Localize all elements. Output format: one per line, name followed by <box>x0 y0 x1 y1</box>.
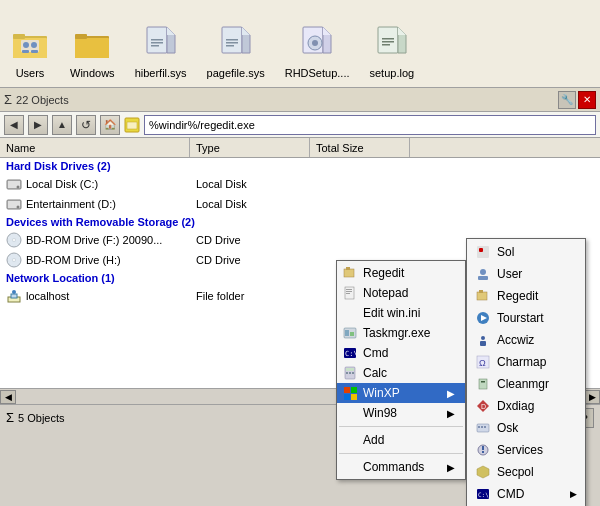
home-button[interactable]: 🏠 <box>100 115 120 135</box>
svg-text:C:\: C:\ <box>345 350 357 358</box>
top-icon-setuplog-label: setup.log <box>370 67 415 79</box>
tourstart-icon <box>475 310 491 326</box>
top-icon-rhdsetup[interactable]: RHDSetup.... <box>285 23 350 79</box>
svg-rect-51 <box>344 269 354 277</box>
ctx-editwinini[interactable]: Edit win.ini <box>337 303 465 323</box>
drive-icon-d <box>6 196 22 212</box>
svg-point-50 <box>12 290 16 294</box>
svg-rect-9 <box>75 38 109 58</box>
sub-dxdiag[interactable]: D Dxdiag <box>467 395 585 417</box>
svg-point-73 <box>480 269 486 275</box>
toolbar-strip: Σ 22 Objects 🔧 ✕ <box>0 88 600 112</box>
forward-button[interactable]: ▶ <box>28 115 48 135</box>
svg-rect-59 <box>350 332 354 336</box>
ctx-calc[interactable]: Calc <box>337 363 465 383</box>
hiberfil-icon <box>141 23 181 63</box>
objects-count: 22 Objects <box>16 94 69 106</box>
ctx-commands-label: Commands <box>363 460 424 474</box>
svg-rect-76 <box>479 290 483 293</box>
top-icon-users[interactable]: Users <box>10 23 50 79</box>
svg-rect-55 <box>346 291 352 292</box>
sub-osk[interactable]: Osk <box>467 417 585 439</box>
svg-rect-84 <box>481 381 485 383</box>
sub-cleanmgr[interactable]: Cleanmgr <box>467 373 585 395</box>
sub-services[interactable]: Services <box>467 439 585 461</box>
sub-secpol[interactable]: Secpol <box>467 461 585 483</box>
status-count: 5 Objects <box>18 412 64 424</box>
svg-text:Ω: Ω <box>479 358 486 368</box>
sol-icon <box>475 244 491 260</box>
address-bar: ◀ ▶ ▲ ↺ 🏠 <box>0 112 600 138</box>
svg-point-47 <box>13 259 15 261</box>
ctx-win98[interactable]: Win98 ▶ <box>337 403 465 423</box>
refresh-button[interactable]: ↺ <box>76 115 96 135</box>
regedit-sub-icon <box>475 288 491 304</box>
section-header-removable: Devices with Removable Storage (2) <box>0 214 600 230</box>
accwiz-icon <box>475 332 491 348</box>
ctx-regedit[interactable]: Regedit <box>337 263 465 283</box>
file-name-localhost: localhost <box>2 288 192 304</box>
svg-text:D: D <box>481 403 486 410</box>
ctx-cmd[interactable]: C:\ Cmd <box>337 343 465 363</box>
submenu-winxp: Sol User Regedit Tourstart Accwiz Ω Char… <box>466 238 586 506</box>
sub-tourstart-label: Tourstart <box>497 311 544 325</box>
top-icon-pagefile[interactable]: pagefile.sys <box>207 23 265 79</box>
toolbar-btn-1[interactable]: 🔧 <box>558 91 576 109</box>
toolbar-left: Σ 22 Objects <box>4 92 69 107</box>
col-header-size[interactable]: Total Size <box>310 138 410 157</box>
svg-point-79 <box>481 336 485 340</box>
svg-point-4 <box>23 42 29 48</box>
sub-tourstart[interactable]: Tourstart <box>467 307 585 329</box>
sub-user[interactable]: User <box>467 263 585 285</box>
services-icon <box>475 442 491 458</box>
svg-rect-75 <box>477 292 487 300</box>
table-row[interactable]: Local Disk (C:) Local Disk <box>0 174 600 194</box>
top-icon-hiberfil-label: hiberfil.sys <box>135 67 187 79</box>
sub-charmap[interactable]: Ω Charmap <box>467 351 585 373</box>
svg-rect-70 <box>351 394 357 400</box>
sub-accwiz[interactable]: Accwiz <box>467 329 585 351</box>
address-input[interactable] <box>144 115 596 135</box>
sub-regedit-label: Regedit <box>497 289 538 303</box>
toolbar-btn-2[interactable]: ✕ <box>578 91 596 109</box>
top-icon-pagefile-label: pagefile.sys <box>207 67 265 79</box>
svg-text:C:\: C:\ <box>478 491 489 498</box>
svg-rect-65 <box>349 372 351 374</box>
cmd-ctx-icon: C:\ <box>343 346 357 360</box>
sub-cmd[interactable]: C:\ CMD ▶ <box>467 483 585 505</box>
ctx-separator-1 <box>339 426 463 427</box>
back-button[interactable]: ◀ <box>4 115 24 135</box>
ctx-add[interactable]: Add <box>337 430 465 450</box>
svg-rect-63 <box>346 368 354 371</box>
sub-sol[interactable]: Sol <box>467 241 585 263</box>
svg-rect-83 <box>479 379 487 389</box>
file-type-d: Local Disk <box>192 198 312 210</box>
file-type-localhost: File folder <box>192 290 312 302</box>
top-icon-hiberfil[interactable]: hiberfil.sys <box>135 23 187 79</box>
svg-rect-88 <box>478 426 480 428</box>
svg-rect-32 <box>382 41 394 43</box>
windows-folder-icon <box>72 23 112 63</box>
network-icon <box>6 288 22 304</box>
ctx-notepad-label: Notepad <box>363 286 408 300</box>
top-icon-setuplog[interactable]: setup.log <box>370 23 415 79</box>
sub-sol-label: Sol <box>497 245 514 259</box>
top-icon-windows[interactable]: Windows <box>70 23 115 79</box>
ctx-notepad[interactable]: Notepad <box>337 283 465 303</box>
file-name-c: Local Disk (C:) <box>2 176 192 192</box>
up-button[interactable]: ▲ <box>52 115 72 135</box>
col-header-type[interactable]: Type <box>190 138 310 157</box>
svg-rect-58 <box>345 330 349 336</box>
table-row[interactable]: Entertainment (D:) Local Disk <box>0 194 600 214</box>
ctx-winxp[interactable]: WinXP ▶ <box>337 383 465 403</box>
cd-icon-f <box>6 232 22 248</box>
cmd-sub-icon: C:\ <box>475 486 491 502</box>
sub-regedit[interactable]: Regedit <box>467 285 585 307</box>
scroll-left-btn[interactable]: ◀ <box>0 390 16 404</box>
sub-charmap-label: Charmap <box>497 355 546 369</box>
svg-rect-49 <box>11 294 17 298</box>
col-header-name[interactable]: Name <box>0 138 190 157</box>
ctx-taskmgr[interactable]: Taskmgr.exe <box>337 323 465 343</box>
ctx-commands[interactable]: Commands ▶ <box>337 457 465 477</box>
scroll-right-btn[interactable]: ▶ <box>584 390 600 404</box>
